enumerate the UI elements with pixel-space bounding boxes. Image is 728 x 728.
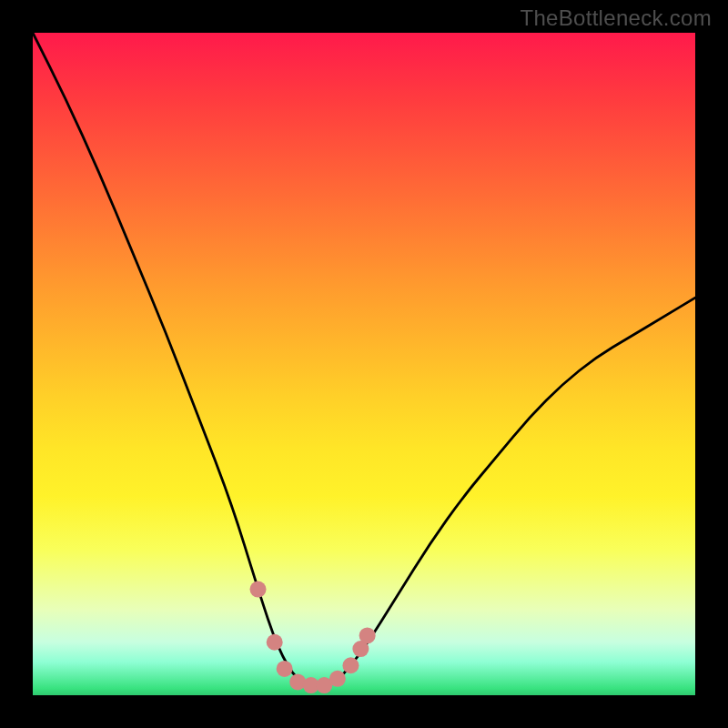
valley-marker-dot bbox=[267, 634, 283, 651]
valley-marker-dot bbox=[359, 627, 376, 643]
chart-frame: TheBottleneck.com bbox=[0, 0, 728, 728]
valley-markers bbox=[250, 581, 376, 694]
valley-marker-dot bbox=[329, 671, 346, 687]
chart-plot-area bbox=[33, 33, 695, 695]
valley-marker-dot bbox=[277, 661, 293, 677]
bottleneck-curve-path bbox=[33, 33, 695, 687]
watermark-text: TheBottleneck.com bbox=[520, 5, 712, 31]
valley-marker-dot bbox=[342, 657, 359, 673]
valley-marker-dot bbox=[250, 581, 267, 598]
bottleneck-curve-svg bbox=[33, 33, 695, 695]
